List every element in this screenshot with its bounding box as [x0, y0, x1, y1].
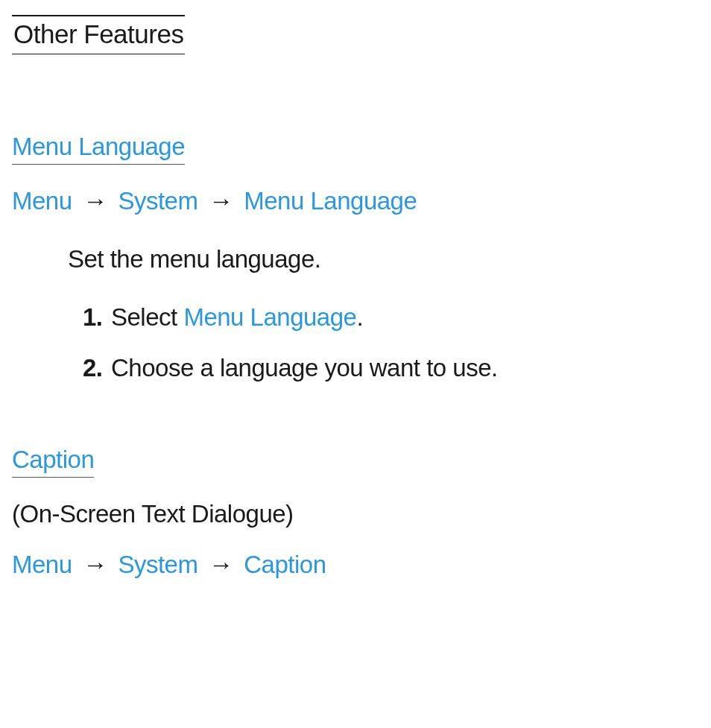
chapter-heading: Other Features — [12, 15, 185, 54]
arrow-icon: → — [209, 187, 233, 215]
breadcrumb-item-system[interactable]: System — [118, 551, 197, 578]
step-1: 1. Select Menu Language. — [83, 303, 699, 332]
step-number: 2. — [83, 354, 111, 382]
breadcrumb-item-caption[interactable]: Caption — [244, 551, 326, 578]
arrow-icon: → — [209, 551, 233, 578]
highlight-menu-language: Menu Language — [183, 303, 356, 331]
section-heading-menu-language: Menu Language — [12, 133, 185, 165]
step-2: 2. Choose a language you want to use. — [83, 354, 699, 382]
step-number: 1. — [83, 303, 111, 332]
arrow-icon: → — [83, 187, 107, 215]
breadcrumb-item-system[interactable]: System — [118, 187, 197, 215]
breadcrumb-caption: Menu → System → Caption — [12, 551, 699, 579]
breadcrumb-item-menu[interactable]: Menu — [12, 187, 72, 215]
section-subtext: (On-Screen Text Dialogue) — [12, 500, 699, 528]
breadcrumb-menu-language: Menu → System → Menu Language — [12, 187, 699, 215]
breadcrumb-item-menu[interactable]: Menu — [12, 551, 72, 578]
section-description: Set the menu language. — [68, 245, 699, 273]
section-menu-language: Menu Language Menu → System → Menu Langu… — [12, 133, 699, 382]
step-content: Select Menu Language. — [111, 303, 699, 332]
arrow-icon: → — [83, 551, 107, 578]
breadcrumb-item-menu-language[interactable]: Menu Language — [244, 187, 417, 215]
step-content: Choose a language you want to use. — [111, 354, 699, 382]
section-caption: Caption (On-Screen Text Dialogue) Menu →… — [12, 446, 699, 579]
section-heading-caption: Caption — [12, 446, 94, 478]
